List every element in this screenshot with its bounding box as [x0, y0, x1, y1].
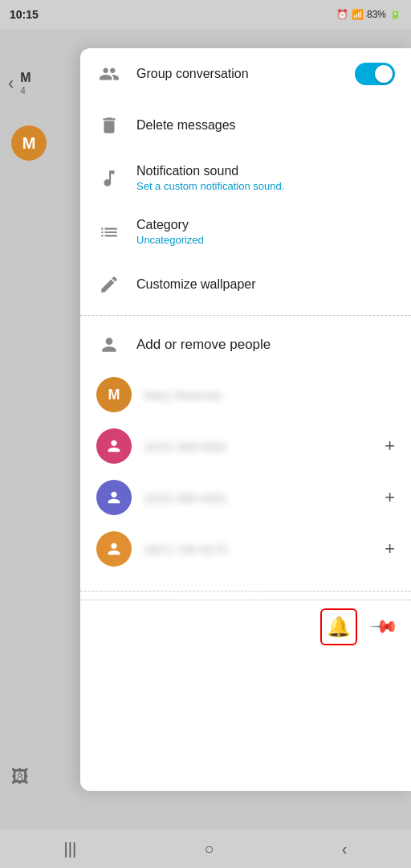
chat-header-info: M 4 — [20, 71, 31, 96]
add-remove-title: Add or remove people — [136, 337, 271, 353]
status-icons: ⏰ 📶 83% 🔋 — [336, 9, 401, 20]
settings-panel: Group conversation Delete messages Notif… — [80, 48, 411, 791]
note-icon — [96, 166, 122, 191]
panel-bottom-actions: 🔔 📌 — [80, 600, 411, 653]
customize-wallpaper-label: Customize wallpaper — [136, 277, 395, 292]
notification-sound-subtitle: Set a custom notification sound. — [136, 180, 395, 192]
contact-name-2: (415) 466-4301 — [144, 491, 372, 505]
bell-icon: 🔔 — [327, 616, 351, 638]
group-icon — [96, 61, 122, 87]
contact-avatar-1 — [96, 428, 132, 464]
nav-menu-icon[interactable]: ||| — [64, 840, 77, 858]
battery-icon: 🔋 — [389, 9, 401, 20]
contact-add-2[interactable]: + — [385, 487, 395, 508]
status-time: 10:15 — [10, 8, 39, 21]
contact-item-1[interactable]: (415) 308-6362 + — [80, 420, 411, 472]
contact-item-2[interactable]: (415) 466-4301 + — [80, 472, 411, 523]
battery-text: 83% — [367, 9, 386, 20]
contact-name-0: Mary Newman — [144, 388, 395, 402]
delete-messages-item[interactable]: Delete messages — [80, 100, 411, 151]
contact-avatar-2 — [96, 480, 132, 515]
category-item[interactable]: Category Uncategorized — [80, 205, 411, 259]
notification-sound-item[interactable]: Notification sound Set a custom notifica… — [80, 151, 411, 205]
section-divider-2 — [80, 591, 411, 592]
contact-name-3: (667) 738-5275 — [144, 542, 372, 556]
chat-name: M — [20, 71, 31, 85]
contact-add-3[interactable]: + — [385, 538, 395, 559]
bg-avatar: M — [11, 125, 47, 161]
customize-wallpaper-text: Customize wallpaper — [136, 277, 395, 292]
nav-home-icon[interactable]: ○ — [204, 840, 214, 858]
chat-subtext: 4 — [20, 85, 31, 96]
customize-wallpaper-item[interactable]: Customize wallpaper — [80, 259, 411, 310]
add-remove-section: Add or remove people — [80, 321, 411, 369]
trash-icon — [96, 113, 122, 138]
bottom-nav: ||| ○ ‹ — [0, 829, 411, 868]
category-text: Category Uncategorized — [136, 218, 395, 246]
contact-avatar-0: M — [96, 377, 132, 412]
section-divider-1 — [80, 315, 411, 316]
nav-back-icon[interactable]: ‹ — [342, 840, 348, 858]
bg-avatar-letter: M — [22, 134, 36, 153]
delete-messages-label: Delete messages — [136, 118, 395, 133]
group-conversation-text: Group conversation — [136, 67, 340, 81]
contact-name-1: (415) 308-6362 — [144, 440, 372, 453]
contact-avatar-3 — [96, 531, 132, 567]
status-bar: 10:15 ⏰ 📶 83% 🔋 — [0, 0, 411, 29]
bell-button[interactable]: 🔔 — [320, 608, 357, 645]
group-conversation-toggle[interactable] — [355, 63, 395, 85]
pin-button[interactable]: 📌 — [369, 612, 399, 641]
group-conversation-label: Group conversation — [136, 67, 340, 81]
back-button[interactable]: ‹ — [8, 73, 14, 94]
delete-messages-text: Delete messages — [136, 118, 395, 133]
contact-add-1[interactable]: + — [385, 436, 395, 457]
group-conversation-item[interactable]: Group conversation — [80, 48, 411, 100]
image-icon: 🖼 — [11, 767, 29, 788]
contact-item-3[interactable]: (667) 738-5275 + — [80, 523, 411, 575]
signal-icon: 📶 — [352, 9, 364, 20]
contact-item-0[interactable]: M Mary Newman — [80, 369, 411, 420]
wallpaper-icon — [96, 272, 122, 297]
notification-sound-text: Notification sound Set a custom notifica… — [136, 164, 395, 192]
notification-sound-label: Notification sound — [136, 164, 395, 178]
alarm-icon: ⏰ — [336, 9, 348, 20]
category-subtitle: Uncategorized — [136, 234, 395, 246]
person-icon — [96, 332, 122, 358]
category-label: Category — [136, 218, 395, 232]
pin-icon: 📌 — [369, 612, 399, 641]
list-icon — [96, 219, 122, 245]
